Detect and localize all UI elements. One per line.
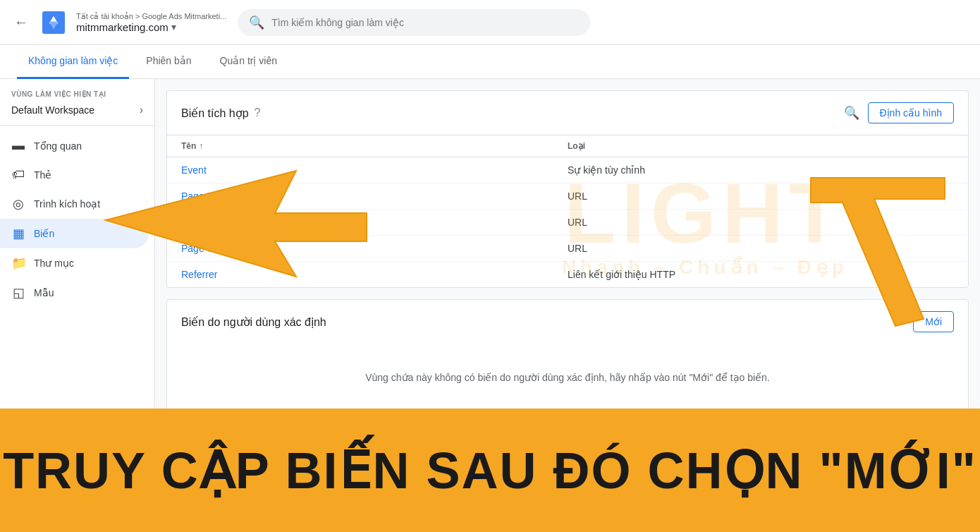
sidebar-item-mau[interactable]: ◱ Mẫu xyxy=(0,278,149,308)
account-dropdown-icon: ▾ xyxy=(171,21,176,32)
breadcrumb: Tất cả tài khoản > Google Ads Mitmarketi… xyxy=(76,12,226,21)
var-type: Sự kiện tùy chỉnh xyxy=(568,164,954,176)
var-name: Page Path xyxy=(181,217,568,228)
user-section-header: Biến do người dùng xác định Mới xyxy=(167,300,968,344)
banner-text: TRUY CẬP BIẾN SAU ĐÓ CHỌN "MỚI" xyxy=(3,441,977,500)
table-actions: 🔍 Định cấu hình xyxy=(844,102,955,123)
folder-icon: 📁 xyxy=(11,255,25,271)
user-vars-section: Biến do người dùng xác định Mới Vùng chứ… xyxy=(166,299,969,412)
topbar: ← Tất cả tài khoản > Google Ads Mitmarke… xyxy=(0,0,980,45)
sidebar-item-label: Thư mục xyxy=(34,258,74,269)
back-button[interactable]: ← xyxy=(11,11,31,33)
sidebar-item-bien[interactable]: ▦ Biến xyxy=(0,219,149,248)
workspace-label: VÙNG LÀM VIỆC HIỆN TẠI xyxy=(11,90,143,98)
var-name: Page URL xyxy=(181,243,568,254)
sidebar-item-label: Trình kích hoạt xyxy=(34,198,100,210)
user-section-title: Biến do người dùng xác định xyxy=(181,315,326,329)
sidebar-item-trinh-kich-hoat[interactable]: ◎ Trình kích hoạt xyxy=(0,189,149,219)
var-name: Referrer xyxy=(181,269,568,280)
trigger-icon: ◎ xyxy=(11,196,25,212)
col-header-type: Loại xyxy=(568,141,954,151)
col-header-name: Tên ↑ xyxy=(181,141,568,151)
table-row[interactable]: Page URL URL xyxy=(167,236,968,262)
config-button[interactable]: Định cấu hình xyxy=(868,102,955,123)
help-icon[interactable]: ? xyxy=(255,107,261,119)
search-input[interactable] xyxy=(271,17,579,28)
var-name: Page Hostname xyxy=(181,191,568,202)
sort-icon: ↑ xyxy=(199,141,203,151)
built-in-vars-section: Biến tích hợp ? 🔍 Định cấu hình Tên ↑ Lo… xyxy=(166,90,969,288)
col-headers: Tên ↑ Loại xyxy=(167,135,968,157)
tag-icon: 🏷 xyxy=(11,167,25,182)
search-icon: 🔍 xyxy=(249,15,264,30)
sidebar-item-tong-quan[interactable]: ▬ Tổng quan xyxy=(0,131,149,160)
sidebar-item-the[interactable]: 🏷 Thẻ xyxy=(0,160,149,189)
nav-tabs: Không gian làm việc Phiên bản Quản trị v… xyxy=(0,45,980,79)
template-icon: ◱ xyxy=(11,285,25,301)
table-row[interactable]: Page Hostname URL xyxy=(167,183,968,210)
account-name-dropdown[interactable]: mitmmarketing.com ▾ xyxy=(76,21,226,33)
overview-icon: ▬ xyxy=(11,138,25,153)
tab-admin[interactable]: Quản trị viên xyxy=(209,45,288,79)
table-title: Biến tích hợp ? xyxy=(181,107,261,120)
bottom-banner: TRUY CẬP BIẾN SAU ĐÓ CHỌN "MỚI" xyxy=(0,409,980,532)
workspace-section: VÙNG LÀM VIỆC HIỆN TẠI Default Workspace… xyxy=(0,85,154,126)
empty-message: Vùng chứa này không có biến do người dùn… xyxy=(167,344,968,411)
workspace-name[interactable]: Default Workspace › xyxy=(11,104,143,116)
table-row[interactable]: Event Sự kiện tùy chỉnh xyxy=(167,157,968,183)
variable-icon: ▦ xyxy=(11,226,25,241)
sidebar-item-label: Thẻ xyxy=(34,169,51,181)
gtm-logo xyxy=(42,11,65,34)
search-bar[interactable]: 🔍 xyxy=(238,9,590,36)
table-row[interactable]: Page Path URL xyxy=(167,210,968,236)
table-row[interactable]: Referrer Liên kết giới thiệu HTTP xyxy=(167,262,968,287)
tab-workspace[interactable]: Không gian làm việc xyxy=(17,45,129,79)
table-search-icon[interactable]: 🔍 xyxy=(844,105,859,121)
table-header: Biến tích hợp ? 🔍 Định cấu hình xyxy=(167,91,968,135)
var-name: Event xyxy=(181,164,568,176)
var-type: URL xyxy=(568,191,954,202)
sidebar-item-label: Biến xyxy=(34,228,54,239)
sidebar-item-thu-muc[interactable]: 📁 Thư mục xyxy=(0,248,149,278)
var-type: URL xyxy=(568,243,954,254)
account-area: Tất cả tài khoản > Google Ads Mitmarketi… xyxy=(76,12,226,33)
new-button[interactable]: Mới xyxy=(913,311,954,332)
workspace-chevron-icon: › xyxy=(140,104,143,116)
sidebar-item-label: Mẫu xyxy=(34,287,54,298)
var-type: URL xyxy=(568,217,954,228)
sidebar-item-label: Tổng quan xyxy=(34,140,82,152)
var-type: Liên kết giới thiệu HTTP xyxy=(568,269,954,280)
tab-versions[interactable]: Phiên bản xyxy=(135,45,202,79)
